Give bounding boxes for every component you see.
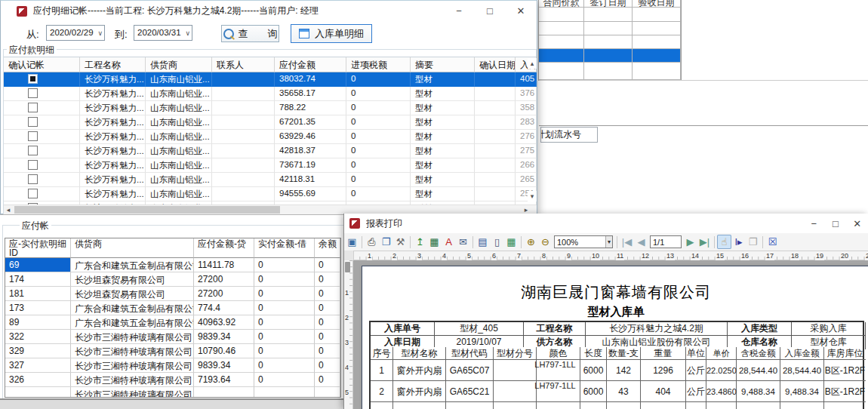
print-icon[interactable]: ⎙: [365, 235, 379, 249]
row-checkbox[interactable]: [28, 189, 38, 198]
export-icon[interactable]: ↥: [413, 235, 427, 249]
title-bar[interactable]: 报表打印: [344, 214, 868, 233]
table-row[interactable]: 长沙万科魅力... 山东南山铝业... 67201.35 0 型材 283: [4, 115, 537, 130]
close-icon[interactable]: ✕: [846, 218, 868, 229]
table-row[interactable]: 长沙万科魅力... 山东南山铝业... 38032.74 0 型材 405: [4, 72, 537, 87]
text-select-icon[interactable]: I▸: [731, 235, 746, 249]
toolbar-separator: [714, 236, 715, 248]
table-row[interactable]: 长沙万科魅力... 山东南山铝业... 35658.17 0 型材 376: [4, 87, 537, 101]
column-header[interactable]: 工程名称: [80, 57, 146, 72]
column-header[interactable]: 应付金额-贷: [194, 238, 254, 258]
page-number-input[interactable]: 1/1: [650, 235, 682, 248]
single-page-view-icon[interactable]: ▯: [490, 235, 504, 249]
table-row[interactable]: 长沙市三湘特种玻璃有限公司: [5, 387, 340, 398]
from-date-combobox[interactable]: 2020/02/29 ∨: [46, 25, 105, 41]
ruler-scroll-marker[interactable]: [345, 262, 350, 272]
scroll-down-icon[interactable]: ▾: [528, 191, 537, 201]
scrollbar-thumb[interactable]: [14, 206, 280, 214]
table-row[interactable]: [539, 8, 681, 22]
row-checkbox[interactable]: [28, 103, 38, 112]
prev-page-icon[interactable]: ◀: [634, 235, 648, 249]
first-page-icon[interactable]: |◀: [620, 235, 634, 249]
serial-number-field[interactable]: 计划流水号: [540, 127, 598, 143]
minimize-icon[interactable]: −: [448, 5, 470, 17]
row-checkbox[interactable]: [28, 88, 38, 98]
column-header[interactable]: 摘要: [411, 57, 475, 72]
column-header[interactable]: 实付金额-借: [254, 238, 315, 258]
column-header[interactable]: 应-实付款明细ID: [5, 238, 71, 258]
column-header[interactable]: 进项税额: [346, 57, 411, 72]
close-preview-icon[interactable]: ☒: [765, 235, 780, 249]
copy-icon[interactable]: ❐: [746, 235, 760, 249]
from-label: 从:: [26, 28, 39, 42]
table-row[interactable]: 69 广东合和建筑五金制品有限公司 11411.78 0 0: [5, 258, 340, 272]
zoom-in-icon[interactable]: ⊕: [524, 235, 538, 249]
maximize-icon[interactable]: □: [825, 218, 847, 229]
zoom-out-icon[interactable]: ⊖: [538, 235, 553, 249]
column-header[interactable]: 应付金额: [275, 57, 346, 72]
table-row[interactable]: 173 广东合和建筑五金制品有限公司 774.4 0 0: [5, 301, 340, 315]
table-row[interactable]: [539, 63, 681, 80]
scroll-left-icon[interactable]: ◂: [4, 205, 13, 214]
multi-page-view-icon[interactable]: ▦: [504, 235, 519, 249]
row-checkbox[interactable]: [28, 174, 38, 184]
confirm-date-cell: [475, 101, 516, 115]
table-row-selected[interactable]: [539, 49, 681, 63]
minimize-icon[interactable]: −: [803, 218, 825, 229]
table-row[interactable]: 326 长沙市三湘特种玻璃有限公司 7193.64 0 0: [5, 373, 340, 387]
table-row[interactable]: 181 长沙坦森贸易有限公司 27200 0 0: [5, 287, 340, 301]
scroll-up-icon[interactable]: ▴: [528, 58, 537, 69]
column-header[interactable]: 联系人: [212, 57, 275, 72]
tax-cell: 0: [346, 158, 411, 173]
table-row[interactable]: [539, 35, 681, 49]
export-excel-icon[interactable]: ▦: [427, 235, 442, 249]
column-header[interactable]: 供货商: [71, 238, 194, 258]
ruler-number: 13: [666, 251, 675, 260]
table-row[interactable]: 长沙万科魅力... 山东南山铝业... 42118.31 0 型材 265: [4, 173, 537, 187]
id-cell: 69: [5, 258, 71, 272]
chevron-down-icon[interactable]: ∨: [97, 26, 103, 41]
table-row[interactable]: 89 广东合和建筑五金制品有限公司 40963.92 0 0: [5, 315, 340, 330]
row-checkbox[interactable]: [28, 146, 38, 155]
table-row[interactable]: 长沙万科魅力... 山东南山铝业... 788.22 0 型材 358: [4, 101, 537, 115]
row-checkbox[interactable]: [28, 131, 38, 141]
table-row[interactable]: 长沙万科魅力... 山东南山铝业... 94555.69 0 型材 251: [4, 187, 537, 201]
report-design-icon[interactable]: ▣: [345, 235, 359, 249]
table-row[interactable]: [539, 22, 681, 35]
export-pdf-icon[interactable]: A: [442, 235, 456, 249]
properties-icon[interactable]: ⚒: [393, 235, 408, 249]
save-icon[interactable]: ▤: [476, 235, 490, 249]
row-checkbox[interactable]: [28, 74, 38, 84]
next-page-icon[interactable]: ▶: [683, 235, 697, 249]
inbound-detail-button[interactable]: 入库单明细: [291, 24, 372, 43]
column-header[interactable]: 确认记帐: [4, 57, 80, 72]
table-row[interactable]: 长沙万科魅力... 山东南山铝业... 42818.37 0 型材 275: [4, 144, 537, 158]
close-icon[interactable]: ✕: [509, 5, 532, 17]
column-header[interactable]: 余额: [315, 238, 340, 258]
row-checkbox[interactable]: [28, 160, 38, 170]
maximize-icon[interactable]: □: [479, 5, 501, 17]
info-label: 入库单号: [371, 322, 435, 336]
table-row[interactable]: 329 长沙市三湘特种玻璃有限公司 10790.46 0 0: [5, 344, 340, 358]
chevron-down-icon[interactable]: ▾: [605, 236, 612, 248]
table-row[interactable]: 322 长沙市三湘特种玻璃有限公司 9839.34 0 0: [5, 330, 340, 344]
print-preview-area[interactable]: 湖南巨晟门窗幕墙有限公司 型材入库单 入库单号 型材_405 工程名称 长沙万科…: [353, 260, 868, 409]
query-button[interactable]: 查 询: [221, 25, 279, 42]
ruler-number: 10: [591, 251, 600, 260]
table-row[interactable]: 174 长沙坦森贸易有限公司 27200 0 0: [5, 272, 340, 287]
zoom-level-combobox[interactable]: 100%▾: [554, 235, 613, 248]
last-page-icon[interactable]: ▶|: [697, 235, 712, 249]
hand-tool-icon[interactable]: ☝: [717, 235, 731, 249]
chevron-down-icon[interactable]: ∨: [185, 26, 190, 41]
table-row[interactable]: 长沙万科魅力... 山东南山铝业... 63929.46 0 型材 276: [4, 130, 537, 144]
table-row[interactable]: 327 长沙市三湘特种玻璃有限公司 9839.34 0 0: [5, 358, 340, 373]
confirm-date-cell: [475, 72, 516, 87]
send-email-icon[interactable]: ✉: [456, 235, 470, 249]
table-row[interactable]: 长沙万科魅力... 山东南山铝业... 73671.19 0 型材 266: [4, 158, 537, 173]
row-checkbox[interactable]: [28, 117, 38, 127]
column-header[interactable]: 供货商: [146, 57, 212, 72]
ruler-number: 7: [516, 251, 522, 260]
page-setup-icon[interactable]: ❐: [379, 235, 393, 249]
to-date-combobox[interactable]: 2020/03/31 ∨: [134, 25, 192, 41]
column-header[interactable]: 确认日期: [475, 57, 516, 72]
